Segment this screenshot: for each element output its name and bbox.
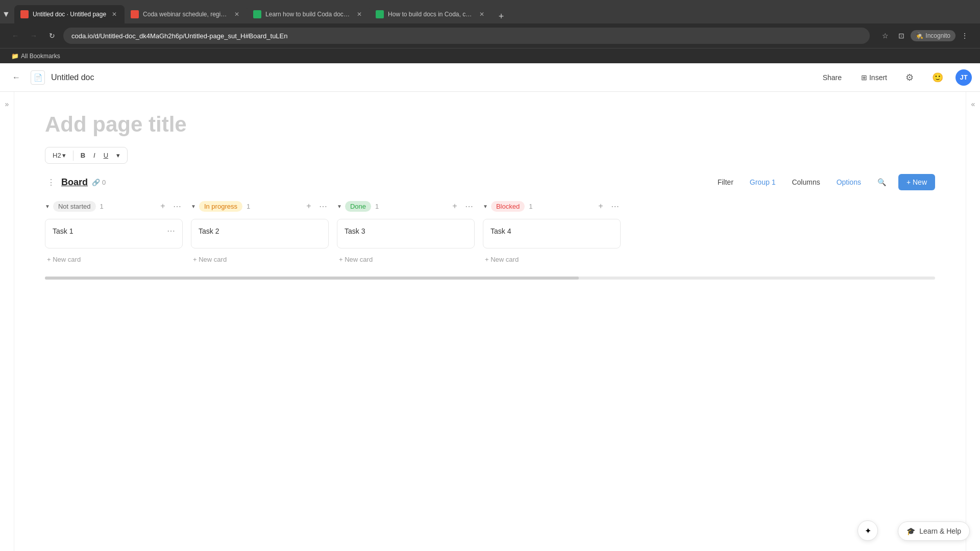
emoji-button[interactable]: 🙂: [926, 69, 949, 86]
col-not-started-add-button[interactable]: +: [157, 201, 168, 212]
new-card-done-label: + New card: [339, 256, 373, 263]
forward-button[interactable]: →: [27, 29, 41, 43]
tab-1-favicon: [20, 10, 29, 18]
tab-2-close[interactable]: ✕: [233, 10, 241, 18]
learn-help-button[interactable]: 🎓 Learn & Help: [898, 521, 970, 541]
ai-assistant-button[interactable]: ✦: [857, 520, 878, 541]
bold-button[interactable]: B: [78, 149, 88, 161]
col-blocked-new-card-button[interactable]: + New card: [483, 253, 621, 266]
columns-button[interactable]: Columns: [788, 176, 824, 188]
tab-4[interactable]: How to build docs in Coda, cre... ✕: [370, 5, 492, 23]
board-actions: Filter Group 1 Columns Options 🔍: [714, 174, 935, 190]
scrollbar-thumb[interactable]: [45, 277, 579, 280]
col-in-progress-chevron-icon[interactable]: ▼: [191, 204, 196, 209]
card-task-4[interactable]: Task 4: [483, 219, 621, 248]
learn-help-label: Learn & Help: [919, 527, 961, 535]
col-not-started-chevron-icon[interactable]: ▼: [45, 204, 50, 209]
sidebar-toggle[interactable]: »: [0, 92, 14, 551]
insert-label: Insert: [869, 73, 887, 82]
underline-button[interactable]: U: [101, 149, 111, 161]
italic-label: I: [93, 152, 95, 159]
page-title-placeholder[interactable]: Add page title: [45, 112, 935, 137]
col-in-progress-more-button[interactable]: ⋯: [317, 201, 329, 212]
col-not-started-new-card-button[interactable]: + New card: [45, 253, 183, 266]
new-button[interactable]: + New: [898, 174, 935, 190]
tab-search-icon[interactable]: ⊡: [894, 29, 909, 43]
app-header: ← 📄 Untitled doc Share ⊞ Insert ⚙ 🙂 JT: [0, 63, 980, 92]
col-not-started-more-button[interactable]: ⋯: [172, 201, 183, 212]
reload-button[interactable]: ↻: [45, 29, 59, 43]
underline-label: U: [104, 152, 108, 159]
col-in-progress-new-card-button[interactable]: + New card: [191, 253, 329, 266]
more-format-chevron-icon: ▾: [116, 152, 120, 159]
right-sidebar-toggle[interactable]: «: [966, 92, 980, 551]
col-blocked-more-button[interactable]: ⋯: [609, 201, 621, 212]
col-done-add-button[interactable]: +: [449, 201, 460, 212]
settings-button[interactable]: ⚙: [899, 69, 920, 86]
new-label: + New: [906, 178, 927, 186]
new-card-blocked-label: + New card: [485, 256, 519, 263]
url-text: coda.io/d/Untitled-doc_dk4MaGh2h6p/Untit…: [71, 32, 288, 40]
heading-selector[interactable]: H2 ▾: [50, 149, 69, 161]
column-done-header: ▼ Done 1 + ⋯: [337, 198, 475, 214]
tab-overflow-btn[interactable]: ▼: [0, 5, 12, 23]
tab-1-close[interactable]: ✕: [110, 10, 118, 18]
tab-bar: ▼ Untitled doc · Untitled page ✕ Coda we…: [0, 0, 980, 23]
italic-button[interactable]: I: [90, 149, 99, 161]
column-not-started: ▼ Not started 1 + ⋯ Task 1 ⋯ + New: [45, 198, 183, 266]
learn-help-icon: 🎓: [906, 527, 915, 535]
col-done-more-button[interactable]: ⋯: [463, 201, 475, 212]
card-task-1[interactable]: Task 1 ⋯: [45, 219, 183, 248]
search-board-button[interactable]: 🔍: [873, 176, 890, 188]
grid-icon: ⊞: [861, 73, 867, 82]
board-options-button[interactable]: ⋮: [45, 176, 57, 188]
browser-actions: ☆ ⊡ 🕵 Incognito ⋮: [878, 29, 972, 43]
bookmark-icon[interactable]: ☆: [878, 29, 892, 43]
col-blocked-count: 1: [529, 203, 532, 210]
filter-button[interactable]: Filter: [714, 176, 738, 188]
incognito-icon: 🕵: [916, 32, 923, 39]
main-content: Add page title H2 ▾ B I U ▾: [14, 92, 966, 551]
avatar[interactable]: JT: [955, 69, 972, 86]
col-done-chevron-icon[interactable]: ▼: [337, 204, 342, 209]
tab-3-favicon: [253, 10, 261, 18]
column-not-started-header: ▼ Not started 1 + ⋯: [45, 198, 183, 214]
app-body: » Add page title H2 ▾ B I U: [0, 92, 980, 551]
tab-3-close[interactable]: ✕: [355, 10, 363, 18]
horizontal-scrollbar[interactable]: [45, 277, 935, 280]
col-in-progress-count: 1: [247, 203, 250, 210]
options-label: Options: [837, 178, 861, 186]
column-in-progress-header: ▼ In progress 1 + ⋯: [191, 198, 329, 214]
browser-menu-icon[interactable]: ⋮: [958, 29, 972, 43]
col-in-progress-add-button[interactable]: +: [303, 201, 314, 212]
group-button[interactable]: Group 1: [746, 176, 780, 188]
col-blocked-add-button[interactable]: +: [595, 201, 606, 212]
ai-icon: ✦: [865, 526, 871, 536]
tab-3[interactable]: Learn how to build Coda docs... ✕: [247, 5, 370, 23]
col-done-new-card-button[interactable]: + New card: [337, 253, 475, 266]
url-input[interactable]: coda.io/d/Untitled-doc_dk4MaGh2h6p/Untit…: [63, 28, 870, 44]
col-not-started-count: 1: [100, 203, 104, 210]
back-nav-button[interactable]: ←: [8, 69, 24, 86]
avatar-initials: JT: [960, 73, 967, 81]
back-button[interactable]: ←: [8, 29, 22, 43]
tab-1[interactable]: Untitled doc · Untitled page ✕: [14, 5, 125, 23]
tab-4-close[interactable]: ✕: [478, 10, 486, 18]
card-task-1-more-button[interactable]: ⋯: [165, 224, 177, 237]
share-button[interactable]: Share: [816, 70, 849, 85]
incognito-label: Incognito: [925, 32, 950, 39]
card-task-3[interactable]: Task 3: [337, 219, 475, 248]
card-task-2[interactable]: Task 2: [191, 219, 329, 248]
address-bar: ← → ↻ coda.io/d/Untitled-doc_dk4MaGh2h6p…: [0, 23, 980, 48]
col-blocked-chevron-icon[interactable]: ▼: [483, 204, 488, 209]
status-blocked-badge: Blocked: [491, 201, 525, 212]
new-tab-button[interactable]: +: [494, 9, 508, 23]
tab-2[interactable]: Coda webinar schedule, regist... ✕: [125, 5, 247, 23]
kanban-board: ▼ Not started 1 + ⋯ Task 1 ⋯ + New: [45, 198, 935, 274]
doc-icon: 📄: [31, 70, 45, 85]
bookmarks-folder[interactable]: 📁 All Bookmarks: [8, 52, 63, 61]
insert-button[interactable]: ⊞ Insert: [855, 70, 893, 85]
board-link[interactable]: 🔗 0: [92, 179, 106, 186]
options-button[interactable]: Options: [832, 176, 865, 188]
more-format-button[interactable]: ▾: [113, 149, 123, 161]
